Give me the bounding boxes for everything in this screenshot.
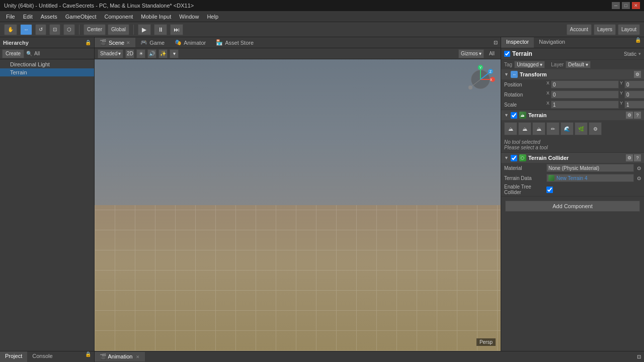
terrain-tool-paint-height[interactable]: ⛰ bbox=[518, 122, 531, 135]
step-button[interactable]: ⏭ bbox=[170, 24, 183, 35]
tab-console[interactable]: Console bbox=[27, 351, 57, 362]
account-dropdown[interactable]: Account bbox=[567, 24, 592, 35]
static-dropdown-icon[interactable]: ▾ bbox=[638, 51, 641, 56]
tab-project[interactable]: Project bbox=[0, 351, 27, 362]
hierarchy-item-light[interactable]: Directional Light bbox=[0, 60, 94, 68]
scale-x-input[interactable] bbox=[551, 101, 619, 109]
tool-rect[interactable]: ⬡ bbox=[63, 24, 75, 35]
tab-animation[interactable]: 🎬 Animation ✕ bbox=[95, 352, 145, 361]
scale-y-input[interactable] bbox=[624, 101, 644, 109]
animation-tab-close[interactable]: ✕ bbox=[136, 354, 140, 359]
material-pick-icon[interactable]: ⊙ bbox=[637, 165, 641, 171]
terrain-data-value-text[interactable]: New Terrain 4 bbox=[556, 175, 632, 181]
object-enabled-checkbox[interactable] bbox=[504, 51, 510, 57]
hierarchy-title: Hierarchy bbox=[3, 40, 29, 46]
terrain-arrow-icon: ▼ bbox=[504, 113, 509, 118]
gizmos-dropdown[interactable]: Gizmos ▾ bbox=[458, 49, 484, 58]
hierarchy-item-terrain[interactable]: Terrain bbox=[0, 68, 94, 76]
scale-row: Scale X Y Z bbox=[501, 100, 644, 110]
tc-help-icon[interactable]: ? bbox=[634, 154, 641, 161]
inspector-tabs: Inspector Navigation 🔒 bbox=[501, 37, 644, 48]
tab-animator[interactable]: 🎭 Animator bbox=[170, 38, 211, 47]
menu-help[interactable]: Help bbox=[203, 13, 222, 21]
menu-component[interactable]: Component bbox=[100, 13, 137, 21]
center-button[interactable]: Center bbox=[84, 24, 106, 35]
add-component-button[interactable]: Add Component bbox=[505, 201, 640, 212]
scene-view[interactable]: X Y Z Persp bbox=[95, 59, 501, 351]
hierarchy-tree: Directional Light Terrain bbox=[0, 59, 94, 351]
gizmos-label: Gizmos ▾ bbox=[458, 49, 484, 58]
rotation-y-input[interactable] bbox=[624, 90, 644, 99]
tab-navigation[interactable]: Navigation bbox=[534, 37, 570, 48]
tool-hand[interactable]: ✋ bbox=[4, 24, 17, 35]
gizmos-dropdown-icon: ▾ bbox=[479, 51, 481, 56]
menu-edit[interactable]: Edit bbox=[19, 13, 37, 21]
tab-scene[interactable]: 🎬 Scene ✕ bbox=[95, 38, 135, 47]
tool-rotate[interactable]: ↺ bbox=[35, 24, 46, 35]
maximize-button[interactable]: □ bbox=[622, 2, 630, 9]
tab-game[interactable]: 🎮 Game bbox=[135, 38, 170, 47]
terrain-tool-settings[interactable]: ⚙ bbox=[589, 122, 602, 135]
transform-title: Transform bbox=[520, 71, 632, 77]
project-panel: Project Console 🔒 Create 🔍 ▶ 📁 Builds ▶ … bbox=[0, 351, 95, 362]
object-name: Terrain bbox=[512, 50, 622, 57]
rotation-x-input[interactable] bbox=[551, 90, 619, 99]
minimize-button[interactable]: ─ bbox=[612, 2, 620, 9]
assetstore-icon: 🏪 bbox=[216, 39, 223, 46]
terrain-settings-icon[interactable]: ⚙ bbox=[626, 112, 633, 119]
project-lock-icon[interactable]: 🔒 bbox=[82, 351, 94, 362]
terrain-collider-header[interactable]: ▼ ⬡ Terrain Collider ⚙ ? bbox=[501, 153, 644, 163]
tool-scale[interactable]: ⊡ bbox=[49, 24, 60, 35]
menu-file[interactable]: File bbox=[2, 13, 19, 21]
layer-label: Layer bbox=[551, 62, 564, 67]
position-x-input[interactable] bbox=[551, 80, 619, 88]
terrain-collider-buttons: ⚙ ? bbox=[626, 154, 641, 161]
layout-dropdown[interactable]: Layout bbox=[618, 24, 640, 35]
terrain-data-pick-icon[interactable]: ⊙ bbox=[637, 175, 641, 181]
asset-maximize-icon[interactable]: ⊡ bbox=[634, 354, 644, 359]
enable-tree-checkbox[interactable] bbox=[546, 187, 553, 193]
close-button[interactable]: ✕ bbox=[632, 2, 640, 9]
lighting-toggle[interactable]: ☀ bbox=[136, 49, 145, 58]
menu-gameobject[interactable]: GameObject bbox=[61, 13, 101, 21]
transform-settings-icon[interactable]: ⚙ bbox=[634, 71, 641, 78]
terrain-tool-paint-texture[interactable]: ✏ bbox=[546, 122, 559, 135]
persp-label: Persp bbox=[476, 338, 496, 346]
titlebar: Unity (64bit) - Untitled - CaveSecrets -… bbox=[0, 0, 644, 11]
terrain-header[interactable]: ▼ ⛰ Terrain ⚙ ? bbox=[501, 110, 644, 120]
terrain-collider-enabled-checkbox[interactable] bbox=[511, 155, 517, 161]
hierarchy-lock[interactable]: 🔒 bbox=[85, 40, 91, 45]
tc-settings-icon[interactable]: ⚙ bbox=[626, 154, 633, 161]
tag-value-dropdown[interactable]: Untagged ▾ bbox=[514, 61, 545, 68]
game-icon: 🎮 bbox=[140, 39, 147, 46]
play-button[interactable]: ▶ bbox=[138, 24, 151, 35]
effects-toggle[interactable]: ✨ bbox=[158, 49, 168, 58]
audio-toggle[interactable]: 🔊 bbox=[147, 49, 156, 58]
hierarchy-create-btn[interactable]: Create bbox=[2, 49, 24, 58]
scene-close-icon[interactable]: ✕ bbox=[126, 40, 130, 45]
menu-assets[interactable]: Assets bbox=[37, 13, 61, 21]
tab-assetstore[interactable]: 🏪 Asset Store bbox=[211, 38, 259, 47]
enable-tree-label: Enable Tree Collider bbox=[504, 184, 544, 195]
terrain-tool-trees[interactable]: 🌿 bbox=[575, 122, 588, 135]
terrain-tool-smooth[interactable]: ⛰ bbox=[532, 122, 545, 135]
2d-toggle[interactable]: 2D bbox=[125, 49, 134, 58]
view-options[interactable]: ▾ bbox=[170, 49, 179, 58]
inspector-lock-icon[interactable]: 🔒 bbox=[632, 37, 644, 48]
layer-value-dropdown[interactable]: Default ▾ bbox=[566, 61, 590, 68]
terrain-enabled-checkbox[interactable] bbox=[511, 112, 517, 119]
menu-window[interactable]: Window bbox=[175, 13, 203, 21]
transform-header[interactable]: ▼ ↔ Transform ⚙ bbox=[501, 69, 644, 79]
pause-button[interactable]: ⏸ bbox=[154, 24, 167, 35]
menu-mobileinput[interactable]: Mobile Input bbox=[137, 13, 175, 21]
tool-move[interactable]: ↔ bbox=[20, 24, 32, 35]
layers-dropdown[interactable]: Layers bbox=[594, 24, 616, 35]
terrain-help-icon[interactable]: ? bbox=[634, 112, 641, 119]
shade-mode-dropdown[interactable]: Shaded ▾ bbox=[98, 49, 123, 58]
position-y-input[interactable] bbox=[624, 80, 644, 88]
terrain-tool-details[interactable]: 🌊 bbox=[560, 122, 574, 135]
global-button[interactable]: Global bbox=[108, 24, 129, 35]
tab-inspector[interactable]: Inspector bbox=[501, 37, 534, 48]
terrain-tool-raise[interactable]: ⛰ bbox=[504, 122, 517, 135]
view-maximize-icon[interactable]: ⊡ bbox=[491, 40, 501, 45]
